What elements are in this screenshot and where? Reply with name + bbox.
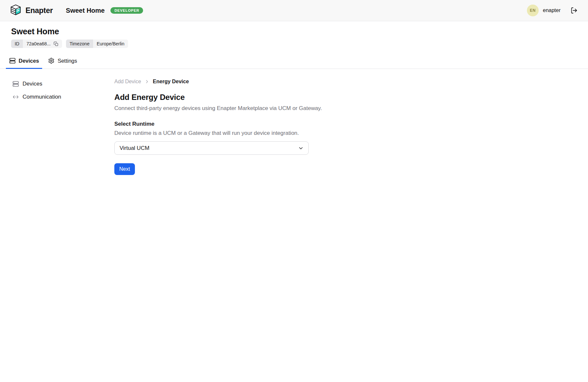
- code-dots-icon: [12, 94, 19, 100]
- navbar-right: EN enapter: [527, 5, 578, 16]
- copy-icon: [54, 41, 58, 46]
- timezone-badge: Timezone Europe/Berlin: [66, 40, 128, 48]
- tab-devices-label: Devices: [19, 58, 39, 64]
- add-energy-device-heading: Add Energy Device: [114, 92, 575, 102]
- breadcrumb-energy-device: Energy Device: [153, 79, 189, 85]
- breadcrumb-add-device[interactable]: Add Device: [114, 79, 141, 85]
- select-runtime-label: Select Runtime: [114, 120, 575, 128]
- sidebar-item-devices-label: Devices: [23, 81, 42, 87]
- page-header: Sweet Home ID 72a0ea68... Timezone Europ…: [0, 21, 588, 48]
- gear-icon: [48, 57, 55, 64]
- breadcrumb: Add Device Energy Device: [114, 79, 575, 85]
- brand-name: Enapter: [25, 6, 53, 15]
- tab-settings[interactable]: Settings: [45, 53, 80, 69]
- page-title: Sweet Home: [11, 26, 577, 36]
- site-meta-row: ID 72a0ea68... Timezone Europe/Berlin: [11, 40, 577, 48]
- sidebar: Devices Communication: [0, 69, 114, 107]
- top-navbar: Enapter Sweet Home DEVELOPER EN enapter: [0, 0, 588, 21]
- sidebar-item-devices[interactable]: Devices: [12, 81, 42, 87]
- timezone-label: Timezone: [66, 40, 93, 48]
- next-button[interactable]: Next: [114, 163, 135, 175]
- username-label: enapter: [543, 8, 561, 13]
- runtime-select-value: Virtual UCM: [120, 145, 149, 151]
- enapter-logo-icon: [9, 4, 22, 17]
- content-area: Devices Communication Add Device Energy …: [0, 69, 588, 175]
- chevron-right-icon: [144, 79, 150, 84]
- sidebar-item-communication[interactable]: Communication: [12, 94, 61, 100]
- server-icon: [9, 57, 16, 64]
- user-avatar[interactable]: EN: [527, 5, 539, 16]
- brand-home-link[interactable]: Enapter: [9, 4, 53, 17]
- add-energy-device-description: Connect third-party energy devices using…: [114, 104, 575, 112]
- copy-id-button[interactable]: [54, 41, 58, 46]
- page-tabs: Devices Settings: [0, 53, 588, 69]
- select-runtime-help: Device runtime is a UCM or a Gateway tha…: [114, 130, 575, 137]
- site-id-value: 72a0ea68...: [26, 40, 51, 48]
- logout-button[interactable]: [570, 7, 578, 14]
- chevron-down-icon: [298, 145, 304, 151]
- tab-settings-label: Settings: [57, 58, 77, 64]
- site-id-label: ID: [11, 40, 23, 48]
- tab-devices[interactable]: Devices: [6, 53, 42, 69]
- main-panel: Add Device Energy Device Add Energy Devi…: [114, 69, 588, 175]
- logout-icon: [570, 7, 578, 14]
- timezone-value: Europe/Berlin: [93, 40, 128, 48]
- server-icon: [12, 81, 19, 87]
- developer-badge: DEVELOPER: [110, 7, 143, 14]
- site-id-value-wrap: 72a0ea68...: [23, 40, 62, 48]
- runtime-select[interactable]: Virtual UCM: [114, 141, 309, 155]
- site-id-badge: ID 72a0ea68...: [11, 40, 62, 48]
- navbar-site-name: Sweet Home: [66, 7, 105, 14]
- sidebar-item-communication-label: Communication: [23, 94, 61, 100]
